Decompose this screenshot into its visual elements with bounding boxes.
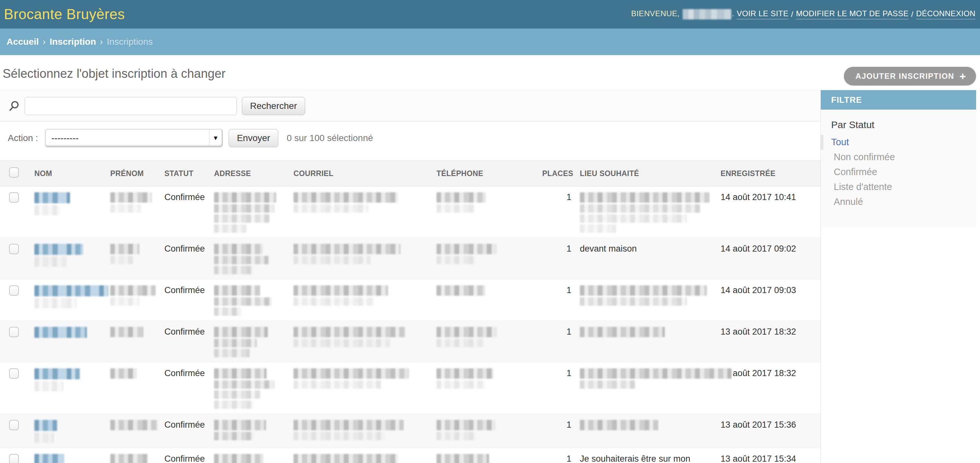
redacted-text [580, 224, 616, 233]
redacted-text [293, 380, 381, 389]
cell-nom [31, 363, 107, 414]
cell-courriel [290, 414, 433, 448]
select-all-checkbox[interactable] [9, 167, 19, 178]
search-button[interactable]: Rechercher [242, 97, 305, 115]
nom-link-redacted[interactable] [34, 285, 108, 296]
cell-statut: Confirmée [161, 186, 211, 238]
redacted-text [110, 204, 141, 213]
cell-nom [31, 414, 107, 448]
plus-icon: + [959, 71, 966, 82]
filter-link[interactable]: Non confirmée [834, 152, 895, 162]
nom-link-redacted[interactable] [34, 420, 57, 431]
cell-places: 1 [539, 280, 577, 321]
cell-telephone [433, 186, 539, 238]
add-inscription-button[interactable]: AJOUTER INSCRIPTION + [844, 67, 976, 86]
redacted-text [214, 244, 262, 254]
redacted-text [293, 368, 409, 379]
nom-link-redacted[interactable] [34, 327, 87, 338]
redacted-text [293, 339, 390, 347]
redacted-text [110, 368, 137, 379]
redacted-text [293, 298, 374, 306]
table-header-row: NOMPRÉNOMSTATUTADRESSECOURRIELTÉLÉPHONEP… [0, 161, 821, 186]
cell-adresse [211, 186, 290, 238]
redacted-text [436, 454, 489, 463]
logout-link[interactable]: DÉCONNEXION [916, 9, 975, 19]
column-header-enregistr-e[interactable]: ENREGISTRÉE [718, 161, 821, 186]
nom-link-redacted[interactable] [34, 368, 80, 379]
row-checkbox[interactable] [9, 454, 19, 463]
row-checkbox[interactable] [9, 192, 19, 203]
redacted-text [34, 433, 54, 443]
cell-adresse [211, 321, 290, 363]
table-row: Confirmée113 août 2017 18:32 [0, 321, 821, 363]
search-icon [8, 100, 20, 112]
cell-lieu: Je souhaiterais être sur mon parking. [577, 448, 718, 463]
row-checkbox[interactable] [9, 368, 19, 379]
column-header-courriel[interactable]: COURRIEL [290, 161, 433, 186]
row-checkbox[interactable] [9, 420, 19, 430]
column-header-statut[interactable]: STATUT [161, 161, 211, 186]
cell-places: 1 [539, 414, 577, 448]
action-send-button[interactable]: Envoyer [229, 129, 278, 147]
cell-lieu [577, 363, 718, 414]
nom-link-redacted[interactable] [34, 454, 64, 463]
cell-prenom [107, 321, 161, 363]
redacted-text [214, 204, 274, 213]
redacted-text [580, 298, 687, 306]
cell-prenom [107, 363, 161, 414]
filter-panel: FILTRE Par Statut ToutNon confirméeConfi… [821, 90, 976, 227]
cell-enregistree: 13 août 2017 18:32 [718, 363, 821, 414]
redacted-text [293, 327, 406, 337]
redacted-text [110, 256, 133, 264]
cell-courriel [290, 280, 433, 321]
add-inscription-label: AJOUTER INSCRIPTION [856, 72, 955, 81]
cell-telephone [433, 414, 539, 448]
table-row: Confirmée114 août 2017 10:41 [0, 186, 821, 238]
results-table: NOMPRÉNOMSTATUTADRESSECOURRIELTÉLÉPHONEP… [0, 161, 821, 463]
column-header-pr-nom[interactable]: PRÉNOM [107, 161, 161, 186]
column-header-t-l-phone[interactable]: TÉLÉPHONE [433, 161, 539, 186]
search-input[interactable] [25, 97, 237, 115]
cell-adresse [211, 238, 290, 280]
user-tools: BIENVENUE, . VOIR LE SITE / MODIFIER LE … [631, 9, 975, 19]
cell-adresse [211, 448, 290, 463]
breadcrumb-current: Inscriptions [107, 37, 153, 47]
cell-lieu [577, 186, 718, 238]
breadcrumb-home[interactable]: Accueil [6, 37, 39, 47]
redacted-text [214, 307, 241, 316]
action-select[interactable]: --------- ▼ [45, 129, 223, 147]
filter-link[interactable]: Tout [831, 137, 849, 147]
redacted-text [110, 327, 143, 337]
action-select-value: --------- [51, 133, 78, 143]
breadcrumb-app[interactable]: Inscription [49, 37, 96, 47]
nom-link-redacted[interactable] [34, 192, 70, 203]
site-header: Brocante Bruyères BIENVENUE, . VOIR LE S… [0, 0, 980, 29]
filter-title: FILTRE [821, 90, 976, 110]
redacted-text [214, 380, 274, 389]
cell-courriel [290, 363, 433, 414]
redacted-text [293, 192, 398, 203]
cell-courriel [290, 321, 433, 363]
filter-link[interactable]: Confirmée [834, 167, 877, 177]
row-checkbox[interactable] [9, 285, 19, 296]
redacted-text [214, 298, 272, 306]
column-header-nom[interactable]: NOM [31, 161, 107, 186]
nom-link-redacted[interactable] [34, 244, 83, 255]
cell-courriel [290, 448, 433, 463]
column-header-places[interactable]: PLACES [539, 161, 577, 186]
column-header-lieu-souhait-[interactable]: LIEU SOUHAITÉ [577, 161, 718, 186]
redacted-text [214, 256, 269, 264]
change-password-link[interactable]: MODIFIER LE MOT DE PASSE [796, 9, 908, 19]
cell-enregistree: 13 août 2017 15:36 [718, 414, 821, 448]
row-checkbox[interactable] [9, 244, 19, 254]
action-label: Action : [8, 133, 38, 143]
redacted-text [580, 214, 687, 223]
view-site-link[interactable]: VOIR LE SITE [737, 9, 789, 19]
row-checkbox[interactable] [9, 327, 19, 337]
cell-lieu [577, 414, 718, 448]
redacted-text [436, 256, 476, 264]
filter-option-liste-d-attente: Liste d'attente [821, 180, 976, 194]
filter-link[interactable]: Liste d'attente [834, 181, 892, 192]
filter-link[interactable]: Annulé [834, 196, 863, 207]
column-header-adresse[interactable]: ADRESSE [211, 161, 290, 186]
